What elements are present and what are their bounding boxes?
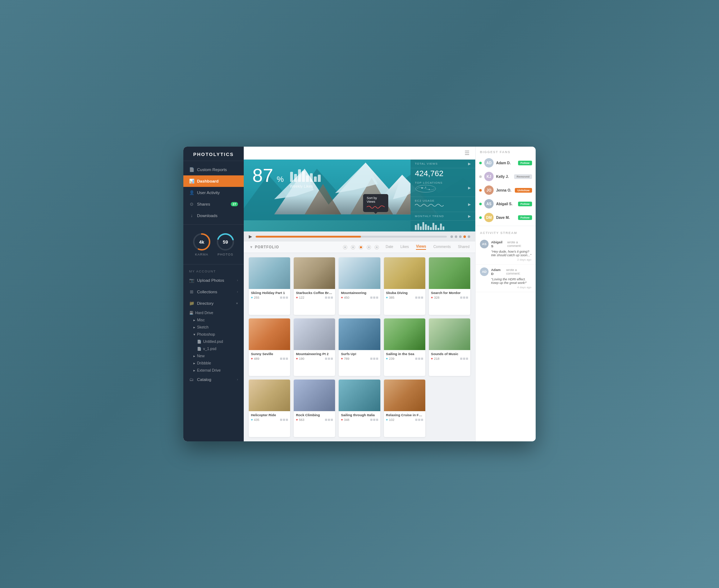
total-views-label: TOTAL VIEWS <box>415 162 438 165</box>
tree-item-dribbble[interactable]: ▸ Dribbble <box>183 359 244 367</box>
tree-item-untitled-psd[interactable]: 📄 Untitled.psd <box>183 338 244 345</box>
photo-stars-11 <box>280 419 288 421</box>
photo-card-10[interactable]: Sounds of Music ♥ 218 <box>429 318 470 376</box>
photo-meta-7: ♥ 190 <box>296 357 333 360</box>
filter-opt-views[interactable]: Views <box>416 244 426 250</box>
monthly-trend-arrow[interactable]: ▶ <box>468 214 471 218</box>
sidebar-item-upload-photos[interactable]: 📷 Upload Photos › <box>183 275 244 286</box>
filter-slider[interactable] <box>343 245 379 249</box>
rp-bar-11 <box>443 226 444 230</box>
sidebar-item-user-activity[interactable]: 👤 User Activity <box>183 187 244 198</box>
photo-title-12: Rock Climbing <box>296 413 333 417</box>
photo-card-6[interactable]: Sunny Seville ♥ 489 <box>249 318 290 376</box>
tree-item-photoshop[interactable]: ▾ Photoshop <box>183 331 244 338</box>
likes-count-4: 385 <box>389 296 394 299</box>
photo-stars-9 <box>415 358 423 360</box>
progress-dot-0[interactable] <box>450 235 453 238</box>
likes-count-13: 348 <box>344 418 349 422</box>
star-1-3 <box>370 297 372 299</box>
photo-card-5[interactable]: Search for Mordor ♥ 328 <box>429 257 470 315</box>
ec2-arrow[interactable]: ▶ <box>468 202 471 206</box>
slider-dot-date <box>343 245 347 249</box>
sidebar-item-catalog[interactable]: 🗂 Catalog › <box>183 374 244 385</box>
monthly-trend-label: MONTHLY TREND <box>415 215 444 218</box>
filter-opt-shared[interactable]: Shared <box>458 245 470 249</box>
likes-count-6: 489 <box>254 357 259 360</box>
hard-drive-tree-label: Hard Drive <box>195 311 213 315</box>
photo-card-1[interactable]: Skiing Holiday Part 1 ♥ 255 <box>249 257 290 315</box>
tree-item-hard-drive[interactable]: 💾 Hard Drive <box>183 309 244 316</box>
rp-bar-8 <box>435 225 437 230</box>
sidebar-item-custom-reports[interactable]: 📄 Custom Reports <box>183 164 244 175</box>
fan-btn-kelly-j[interactable]: Removed <box>514 174 532 179</box>
filter-bar: ▼ PORTFOLIO DateLikesViewsCommentsShared <box>244 242 475 253</box>
photo-card-4[interactable]: Skuba Diving ♥ 385 <box>384 257 425 315</box>
star-3-12 <box>331 419 333 421</box>
photo-card-8[interactable]: Surfs Up! ♥ 789 <box>339 318 380 376</box>
progress-bar[interactable] <box>256 236 447 238</box>
filter-opt-likes[interactable]: Likes <box>400 245 409 249</box>
svg-point-18 <box>425 187 426 188</box>
star-2-14 <box>418 419 420 421</box>
photo-card-2[interactable]: Starbucks Coffee Break ♥ 122 <box>294 257 335 315</box>
tree-item-sketch[interactable]: ▸ Sketch <box>183 323 244 331</box>
sidebar-item-collections[interactable]: ⊞ Collections › <box>183 286 244 298</box>
photo-thumb-3 <box>339 257 380 289</box>
fan-btn-dave-m[interactable]: Follow <box>518 215 532 220</box>
tree-item-misc[interactable]: ▸ Misc <box>183 316 244 323</box>
photo-card-12[interactable]: Rock Climbing ♥ 563 <box>294 380 335 437</box>
fan-btn-adam-d[interactable]: Follow <box>518 161 532 165</box>
user-activity-icon: 👤 <box>189 190 194 195</box>
tree-item-v1-psd[interactable]: 📄 v_1.psd <box>183 345 244 352</box>
tree-item-new[interactable]: ▸ New <box>183 352 244 359</box>
total-views-arrow[interactable]: ▶ <box>468 162 471 166</box>
photo-card-3[interactable]: Mountaineering ♥ 450 OPTIONS ✏ Edit Phot… <box>339 257 380 315</box>
photos-label: PHOTOS <box>217 253 233 256</box>
fan-dot-abigail-s <box>479 203 482 205</box>
activity-name-adam-comment: Adam D <box>491 268 504 276</box>
activity-name-abigail-comment: Abigail S <box>491 240 505 248</box>
photo-card-14[interactable]: Relaxing Cruise in France ♥ 102 <box>384 380 425 437</box>
likes-count-3: 450 <box>344 296 349 299</box>
sidebar-item-dashboard[interactable]: 📊 Dashboard <box>183 175 244 187</box>
progress-dot-3[interactable] <box>463 235 466 238</box>
activity-avatar-adam-comment: AD <box>480 267 489 276</box>
photo-card-7[interactable]: Mountaineering Pt 2 ♥ 190 <box>294 318 335 376</box>
tree-item-external-drive[interactable]: ▸ External Drive <box>183 367 244 374</box>
fan-btn-jenna-o[interactable]: Unfollow <box>515 188 532 193</box>
sidebar-item-downloads[interactable]: ↓ Downloads <box>183 210 244 221</box>
sketch-tree-icon: ▸ <box>193 325 195 329</box>
star-3-13 <box>376 419 378 421</box>
fan-btn-abigail-s[interactable]: Follow <box>518 202 532 206</box>
slider-dot-likes <box>351 245 355 249</box>
star-3-1 <box>286 297 288 299</box>
shares-badge: 27 <box>231 202 238 206</box>
play-button[interactable]: ▶ <box>249 234 252 239</box>
custom-reports-icon: 📄 <box>189 167 194 172</box>
star-3-2 <box>331 297 333 299</box>
sidebar-item-shares[interactable]: ⊙ Shares 27 <box>183 198 244 210</box>
my-account-label: MY ACCOUNT <box>183 267 244 275</box>
sidebar-item-directory[interactable]: 📁 Directory ▾ <box>183 298 244 309</box>
progress-dot-4[interactable] <box>468 235 470 238</box>
activity-quote-adam-comment: "Loving the HDRI effect. Keep up the gre… <box>480 277 531 285</box>
photo-card-9[interactable]: Sailing in the Sea ♥ 239 <box>384 318 425 376</box>
photos-stat: 59 PHOTOS <box>216 233 235 256</box>
top-locations-arrow[interactable]: ▶ <box>468 186 471 190</box>
hamburger-icon[interactable]: ☰ <box>464 150 470 156</box>
world-map-icon <box>415 184 436 193</box>
likes-count-9: 239 <box>389 357 394 360</box>
photo-card-13[interactable]: Sailing through Italia ♥ 348 <box>339 380 380 437</box>
photo-meta-13: ♥ 348 <box>341 418 378 422</box>
progress-dot-1[interactable] <box>455 235 457 238</box>
misc-tree-icon: ▸ <box>193 318 195 322</box>
progress-dot-2[interactable] <box>459 235 462 238</box>
photo-card-11[interactable]: Helicopter Ride ♥ 435 <box>249 380 290 437</box>
filter-opt-date[interactable]: Date <box>386 245 393 249</box>
filter-opt-comments[interactable]: Comments <box>433 245 450 249</box>
likes-count-10: 218 <box>434 357 439 360</box>
heart-icon-8: ♥ <box>341 357 343 360</box>
custom-reports-label: Custom Reports <box>197 167 227 172</box>
photos-value: 59 <box>223 239 228 245</box>
rp-bar-6 <box>430 227 432 230</box>
